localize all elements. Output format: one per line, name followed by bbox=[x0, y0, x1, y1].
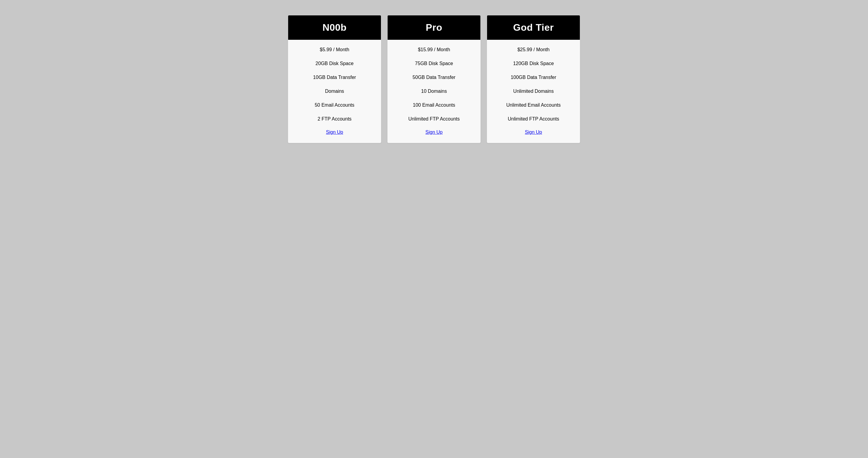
signup-link-pro[interactable]: Sign Up bbox=[426, 130, 443, 135]
plan-price-n00b: $5.99 / Month bbox=[288, 43, 381, 57]
signup-link-god-tier[interactable]: Sign Up bbox=[525, 130, 542, 135]
plan-ftp-god-tier: Unlimited FTP Accounts bbox=[487, 112, 580, 126]
plan-domains-n00b: Domains bbox=[288, 85, 381, 98]
plan-disk-god-tier: 120GB Disk Space bbox=[487, 57, 580, 70]
plan-ftp-pro: Unlimited FTP Accounts bbox=[388, 112, 480, 126]
plan-card-god-tier: God Tier $25.99 / Month 120GB Disk Space… bbox=[487, 15, 580, 143]
plan-signup-pro[interactable]: Sign Up bbox=[420, 126, 449, 137]
pricing-container: N00b $5.99 / Month 20GB Disk Space 10GB … bbox=[288, 15, 580, 143]
plan-price-pro: $15.99 / Month bbox=[388, 43, 480, 57]
plan-ftp-n00b: 2 FTP Accounts bbox=[288, 112, 381, 126]
plan-signup-god-tier[interactable]: Sign Up bbox=[519, 126, 548, 137]
plan-name-god-tier: God Tier bbox=[490, 22, 577, 33]
signup-link-n00b[interactable]: Sign Up bbox=[326, 130, 343, 135]
plan-name-pro: Pro bbox=[391, 22, 477, 33]
plan-transfer-pro: 50GB Data Transfer bbox=[388, 70, 480, 85]
plan-email-n00b: 50 Email Accounts bbox=[288, 98, 381, 112]
plan-name-n00b: N00b bbox=[291, 22, 378, 33]
plan-signup-n00b[interactable]: Sign Up bbox=[320, 126, 349, 137]
plan-header-n00b: N00b bbox=[288, 15, 381, 40]
plan-disk-pro: 75GB Disk Space bbox=[388, 57, 480, 70]
plan-price-god-tier: $25.99 / Month bbox=[487, 43, 580, 57]
plan-body-god-tier: $25.99 / Month 120GB Disk Space 100GB Da… bbox=[487, 40, 580, 143]
plan-transfer-god-tier: 100GB Data Transfer bbox=[487, 70, 580, 85]
plan-transfer-n00b: 10GB Data Transfer bbox=[288, 70, 381, 85]
plan-header-pro: Pro bbox=[388, 15, 480, 40]
plan-email-god-tier: Unlimited Email Accounts bbox=[487, 98, 580, 112]
plan-card-pro: Pro $15.99 / Month 75GB Disk Space 50GB … bbox=[387, 15, 481, 143]
plan-body-pro: $15.99 / Month 75GB Disk Space 50GB Data… bbox=[388, 40, 480, 143]
plan-card-n00b: N00b $5.99 / Month 20GB Disk Space 10GB … bbox=[288, 15, 381, 143]
plan-email-pro: 100 Email Accounts bbox=[388, 98, 480, 112]
plan-disk-n00b: 20GB Disk Space bbox=[288, 57, 381, 70]
plan-domains-pro: 10 Domains bbox=[388, 85, 480, 98]
plan-body-n00b: $5.99 / Month 20GB Disk Space 10GB Data … bbox=[288, 40, 381, 143]
plan-header-god-tier: God Tier bbox=[487, 15, 580, 40]
plan-domains-god-tier: Unlimited Domains bbox=[487, 85, 580, 98]
